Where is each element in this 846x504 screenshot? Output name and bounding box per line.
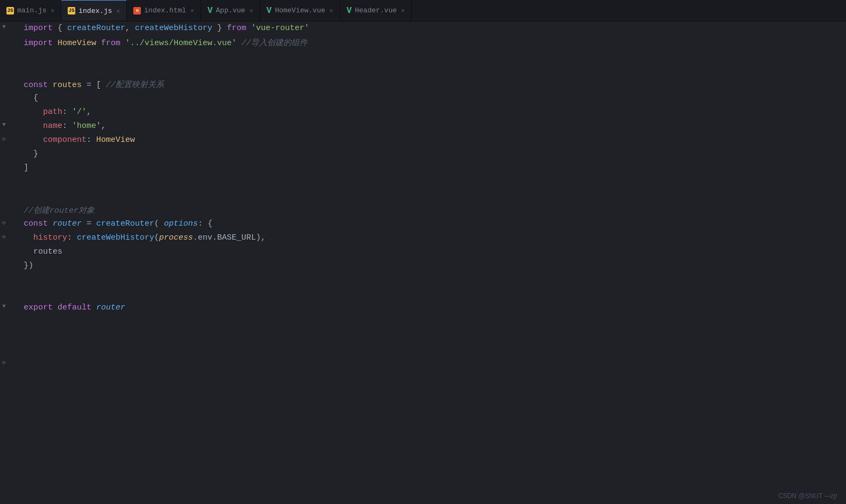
- tab-label: index.js: [78, 7, 112, 15]
- code-line-16: history: createWebHistory(process.env.BA…: [19, 233, 846, 247]
- code-line-1: import { createRouter, createWebHistory …: [19, 24, 846, 38]
- code-line-13: [19, 191, 846, 205]
- close-icon[interactable]: ✕: [51, 7, 55, 14]
- close-icon[interactable]: ✕: [401, 7, 405, 14]
- code-line-14: //创建router对象: [19, 205, 846, 219]
- close-icon[interactable]: ✕: [329, 7, 333, 14]
- code-line-21: export default router: [19, 303, 846, 317]
- tab-label: main.js: [17, 6, 47, 15]
- close-icon[interactable]: ✕: [117, 8, 120, 15]
- fold-arrow-11[interactable]: ⊖: [2, 219, 6, 226]
- editor: ▼ ▼ ⊖ ⊖ ⊖ ▼ ⊖ import { createRouter, cre…: [0, 21, 846, 504]
- tab-bar: JS main.js ✕ JS index.js ✕ H index.html …: [0, 0, 846, 21]
- code-line-2: import HomeView from '../views/HomeView.…: [19, 38, 846, 52]
- code-line-5: const routes = [ //配置映射关系: [19, 80, 846, 93]
- tab-app-vue[interactable]: V App.vue ✕: [201, 0, 260, 21]
- code-line-4: [19, 66, 846, 80]
- tab-label: Header.vue: [355, 6, 397, 15]
- fold-arrow-const2[interactable]: ▼: [2, 303, 6, 309]
- tab-label: index.html: [144, 6, 186, 15]
- fold-arrow-12[interactable]: ⊖: [2, 233, 6, 240]
- tab-label: HomeView.vue: [275, 6, 325, 15]
- html-icon: H: [133, 7, 141, 15]
- fold-arrow-close[interactable]: ⊖: [2, 359, 6, 366]
- code-line-9: component: HomeView: [19, 135, 846, 149]
- fold-arrow-6[interactable]: ▼: [2, 121, 6, 128]
- vue-icon: V: [207, 6, 213, 15]
- fold-arrow-7[interactable]: ⊖: [2, 135, 6, 142]
- tab-main-js[interactable]: JS main.js ✕: [0, 0, 61, 21]
- close-icon[interactable]: ✕: [190, 7, 194, 14]
- close-icon[interactable]: ✕: [249, 7, 253, 14]
- js-icon: JS: [6, 7, 14, 15]
- code-line-8: name: 'home',: [19, 121, 846, 135]
- code-line-18: }): [19, 261, 846, 275]
- code-line-19: [19, 275, 846, 289]
- js-icon: JS: [68, 7, 75, 15]
- vue-icon: V: [347, 6, 352, 15]
- tab-index-js[interactable]: JS index.js ✕: [61, 0, 127, 21]
- fold-arrow-1[interactable]: ▼: [2, 24, 6, 30]
- tab-label: App.vue: [216, 6, 246, 15]
- attribution-text: CSDN @SNUT —zjr: [778, 492, 837, 500]
- code-line-10: }: [19, 149, 846, 163]
- code-line-17: routes: [19, 247, 846, 261]
- code-line-6: {: [19, 93, 846, 107]
- code-line-20: [19, 289, 846, 303]
- tab-homeview-vue[interactable]: V HomeView.vue ✕: [260, 0, 340, 21]
- code-area: import { createRouter, createWebHistory …: [19, 21, 846, 504]
- code-line-3: [19, 52, 846, 66]
- code-line-15: const router = createRouter( options: {: [19, 219, 846, 233]
- code-line-12: [19, 177, 846, 191]
- code-line-11: ]: [19, 163, 846, 177]
- vue-icon: V: [267, 6, 272, 15]
- code-line-7: path: '/',: [19, 107, 846, 121]
- tab-header-vue[interactable]: V Header.vue ✕: [340, 0, 412, 21]
- tab-index-html[interactable]: H index.html ✕: [127, 0, 201, 21]
- gutter: ▼ ▼ ⊖ ⊖ ⊖ ▼ ⊖: [0, 21, 19, 504]
